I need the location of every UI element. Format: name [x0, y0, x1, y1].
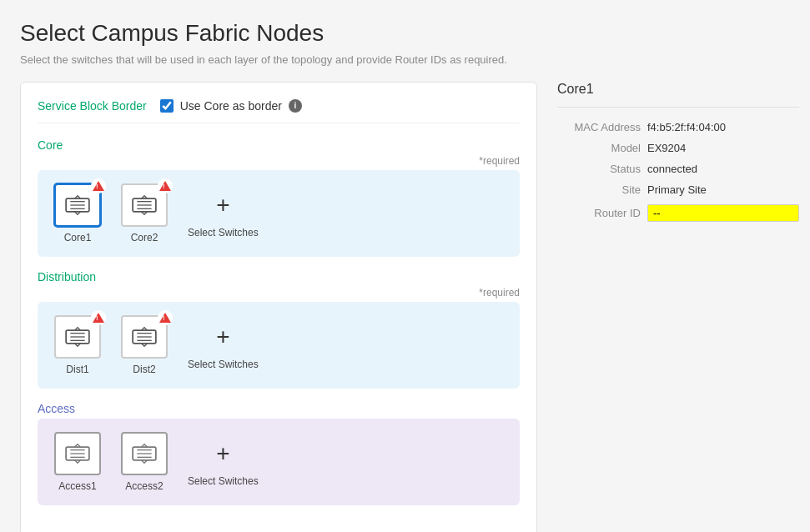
- access-section-header: Access: [38, 402, 520, 415]
- dist2-node[interactable]: Dist2: [121, 315, 168, 375]
- core2-warning-icon: [159, 181, 171, 191]
- core2-label: Core2: [131, 232, 158, 243]
- router-id-key: Router ID: [557, 207, 641, 219]
- dist1-label: Dist1: [66, 364, 88, 375]
- service-block-row: Service Block Border Use Core as border …: [38, 99, 520, 123]
- model-value: EX9204: [647, 142, 686, 154]
- core1-warning-badge: [91, 178, 106, 193]
- left-panel: Service Block Border Use Core as border …: [20, 82, 537, 533]
- access1-node[interactable]: Access1: [54, 432, 101, 492]
- dist1-warning-badge: [91, 310, 106, 325]
- use-core-border-label: Use Core as border: [180, 99, 282, 113]
- dist1-switch-icon: [64, 326, 91, 348]
- access-section: Access Access1: [38, 402, 520, 505]
- distribution-add-icon: +: [206, 320, 239, 354]
- router-id-input[interactable]: [647, 204, 799, 222]
- use-core-as-border-row: Use Core as border i: [160, 99, 302, 113]
- access1-switch-icon: [64, 443, 91, 464]
- distribution-node-container: Dist1: [38, 302, 520, 389]
- access2-icon-wrapper: [121, 432, 168, 475]
- access-node-container: Access1 Access2: [38, 419, 520, 505]
- access1-label: Access1: [58, 480, 96, 492]
- dist2-switch-icon: [131, 326, 158, 348]
- model-row: Model EX9204: [557, 142, 799, 154]
- router-id-row: Router ID: [557, 204, 799, 222]
- node-detail-title: Core1: [557, 82, 799, 108]
- distribution-add-switches[interactable]: + Select Switches: [188, 320, 259, 370]
- core-node-container: Core1: [38, 170, 520, 257]
- core2-switch-icon: [131, 194, 158, 216]
- core1-icon-wrapper: [54, 183, 101, 227]
- use-core-border-checkbox[interactable]: [160, 99, 174, 113]
- distribution-add-label: Select Switches: [188, 359, 259, 370]
- core1-switch-icon: [64, 194, 91, 216]
- dist1-icon-wrapper: [54, 315, 101, 359]
- dist2-warning-badge: [158, 310, 173, 325]
- site-key: Site: [557, 183, 641, 196]
- access1-icon-wrapper: [54, 432, 101, 475]
- info-icon[interactable]: i: [289, 99, 302, 113]
- site-row: Site Primary Site: [557, 183, 799, 196]
- distribution-section: Distribution *required: [38, 270, 520, 389]
- distribution-section-header: Distribution: [38, 270, 520, 284]
- mac-address-row: MAC Address f4:b5:2f:f4:04:00: [557, 121, 799, 133]
- access-add-label: Select Switches: [188, 475, 259, 487]
- dist2-icon-wrapper: [121, 315, 168, 359]
- status-row: Status connected: [557, 163, 799, 175]
- page-subtitle: Select the switches that will be used in…: [20, 52, 790, 68]
- core1-label: Core1: [64, 232, 92, 243]
- dist2-label: Dist2: [133, 364, 155, 375]
- dist1-warning-icon: [93, 313, 104, 323]
- main-content: Service Block Border Use Core as border …: [0, 82, 810, 533]
- page-title: Select Campus Fabric Nodes: [20, 20, 790, 47]
- core1-warning-icon: [93, 181, 104, 191]
- page-header: Select Campus Fabric Nodes Select the sw…: [0, 0, 810, 82]
- core-add-switches[interactable]: + Select Switches: [188, 188, 259, 238]
- core2-node[interactable]: Core2: [121, 183, 168, 243]
- model-key: Model: [557, 142, 641, 154]
- core1-node[interactable]: Core1: [54, 183, 101, 243]
- core-add-icon: +: [206, 188, 239, 222]
- core-required-label: *required: [38, 155, 520, 167]
- core-add-label: Select Switches: [188, 227, 259, 238]
- access2-switch-icon: [131, 443, 158, 464]
- core2-icon-wrapper: [121, 183, 168, 227]
- core-section-header: Core: [38, 138, 520, 152]
- mac-address-value: f4:b5:2f:f4:04:00: [647, 121, 726, 133]
- status-value: connected: [647, 163, 697, 175]
- service-block-label: Service Block Border: [38, 99, 147, 113]
- mac-address-key: MAC Address: [557, 121, 641, 133]
- access2-label: Access2: [125, 480, 163, 492]
- distribution-required-label: *required: [38, 287, 520, 299]
- access-add-switches[interactable]: + Select Switches: [188, 437, 259, 487]
- core2-warning-badge: [158, 178, 173, 193]
- dist1-node[interactable]: Dist1: [54, 315, 101, 375]
- site-value: Primary Site: [647, 183, 707, 196]
- right-panel: Core1 MAC Address f4:b5:2f:f4:04:00 Mode…: [537, 82, 799, 533]
- dist2-warning-icon: [159, 313, 171, 323]
- access2-node[interactable]: Access2: [121, 432, 168, 492]
- access-add-icon: +: [206, 437, 239, 470]
- status-key: Status: [557, 163, 641, 175]
- core-section: Core *required: [38, 138, 520, 257]
